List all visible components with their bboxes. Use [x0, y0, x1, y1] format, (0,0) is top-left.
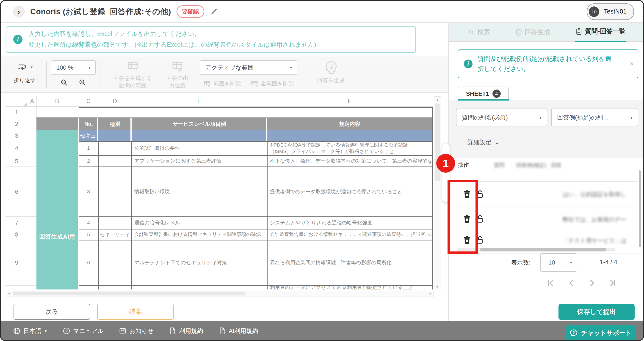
- zoom-in-icon[interactable]: [78, 78, 87, 87]
- page-size-select[interactable]: 10▼: [540, 253, 577, 272]
- cell-item[interactable]: 通信の暗号化レベル: [132, 217, 266, 228]
- grid-line: [6, 285, 36, 286]
- header-cell-item[interactable]: サービスレベル項目例: [132, 118, 267, 130]
- advanced-settings-toggle[interactable]: 詳細設定 ⌄: [468, 138, 499, 146]
- vertical-scrollbar[interactable]: ▲ ▼: [434, 96, 441, 290]
- zoom-out-icon[interactable]: [60, 78, 68, 87]
- footer-link-manual[interactable]: ? マニュアル: [62, 327, 104, 335]
- cell-no[interactable]: 1: [79, 142, 98, 155]
- tab-answer-generation[interactable]: 回答生成: [515, 23, 550, 41]
- spreadsheet-toolbar: ▼ 折り返す 100 %▼ ? 回答を生成する設問の範囲: [1, 56, 449, 93]
- cell-content[interactable]: 会計監査報告書における情報セキュリティ関連事項の監査時に、担当者へ以下の資: [268, 230, 432, 239]
- table-check-icon: [171, 60, 184, 72]
- cell-item[interactable]: マルチテナント下でのセキュリティ対策: [132, 241, 266, 285]
- cell-type[interactable]: セキュリティ: [99, 230, 131, 239]
- collapse-sidebar-button[interactable]: ›: [13, 6, 25, 18]
- cell-no[interactable]: 5: [79, 230, 98, 239]
- row-header-4[interactable]: 4: [6, 142, 28, 155]
- horizontal-scroll-thumb[interactable]: [12, 292, 245, 296]
- column-header-f[interactable]: F: [267, 96, 432, 106]
- tab-question-answer-list[interactable]: 質問-回答一覧: [575, 22, 626, 42]
- row-header-8[interactable]: 8: [6, 229, 28, 240]
- blurred-column-header: 回答: [551, 162, 562, 169]
- row-header-6[interactable]: 6: [6, 167, 28, 216]
- table-border: [36, 117, 432, 118]
- next-page-icon[interactable]: [587, 279, 596, 288]
- header-cell-type[interactable]: 種別: [98, 118, 131, 130]
- question-range-button[interactable]: ? 回答を生成する設問の範囲: [106, 60, 159, 89]
- chat-support-button[interactable]: ? チャットサポート: [565, 325, 636, 341]
- scroll-left-icon[interactable]: ◀: [6, 291, 12, 296]
- row-header-3[interactable]: 3: [6, 130, 28, 141]
- cell-no[interactable]: 6: [79, 241, 98, 285]
- cell-item[interactable]: 会計監査報告書における情報セキュリティ関連事項の確認: [132, 230, 266, 239]
- row-header-9[interactable]: 9: [6, 240, 28, 285]
- cell-b-group-merged[interactable]: 回答生成AI用: [36, 130, 78, 290]
- row-header-1[interactable]: 1: [6, 107, 28, 118]
- remove-all-ranges-button[interactable]: x 全範囲を削除: [250, 80, 294, 87]
- remove-range-button[interactable]: x 範囲を削除: [203, 80, 241, 87]
- scroll-up-icon[interactable]: ▲: [434, 97, 441, 103]
- column-header-c[interactable]: C: [79, 96, 98, 106]
- row-header-5[interactable]: 5: [6, 156, 28, 166]
- toolbar-separator: [100, 61, 100, 88]
- cell-content-partial[interactable]: 利用者のデータにアクセスできる利用者が限定されていること: [268, 286, 432, 290]
- table-border: [79, 107, 432, 108]
- previous-page-icon[interactable]: [567, 279, 576, 288]
- horizontal-scrollbar[interactable]: ◀ ▶: [6, 291, 434, 297]
- close-icon[interactable]: ×: [630, 60, 634, 68]
- edit-title-icon[interactable]: [210, 7, 218, 16]
- app-window: › Conoris (お試し登録_回答作成:その他) 要確認 Te TestN0…: [0, 0, 644, 341]
- sheet-tab[interactable]: SHEET1 4: [458, 87, 509, 100]
- scroll-down-icon[interactable]: ▼: [434, 284, 440, 290]
- grid-line: [6, 229, 36, 229]
- cell-content[interactable]: システムとやりとりされる通信の暗号化強度: [268, 217, 432, 228]
- tab-search[interactable]: 検索: [468, 23, 490, 41]
- panel-vertical-scroll-thumb[interactable]: [639, 170, 641, 247]
- row-header-7[interactable]: 7: [6, 217, 28, 229]
- language-select[interactable]: 日本語 ▼: [13, 327, 48, 335]
- back-button[interactable]: 戻る: [14, 304, 90, 320]
- grid-line: [6, 216, 36, 217]
- cell-content[interactable]: 不正な侵入、操作、データ取得等への対策について、第三者の客観的な評価を得て: [268, 156, 432, 166]
- answer-column-select[interactable]: 回答例(補足)の列…▼: [551, 109, 638, 126]
- column-header-a[interactable]: A: [28, 96, 36, 106]
- panel-horizontal-scroll-thumb[interactable]: [480, 248, 606, 252]
- answer-position-button[interactable]: 回答の出力位置: [159, 60, 196, 89]
- cell-no[interactable]: 4: [79, 217, 98, 228]
- cell-item[interactable]: 公的認証取得の要件: [132, 142, 266, 155]
- cell-no[interactable]: 2: [79, 156, 98, 166]
- column-header-d[interactable]: D: [98, 96, 131, 106]
- category-row[interactable]: セキュリティ: [79, 130, 432, 141]
- cell-item[interactable]: アプリケーションに関する第三者評価: [132, 156, 266, 166]
- cell-item[interactable]: 情報取扱い環境: [132, 167, 266, 216]
- column-header-b[interactable]: B: [36, 96, 78, 106]
- save-submit-button[interactable]: 保存して提出: [558, 304, 634, 320]
- column-header-e[interactable]: E: [132, 96, 267, 106]
- export-info-text: 入力した内容を確認し、Excelファイルを出力してください。 変更した箇所は緑背…: [28, 29, 316, 50]
- row-header-2[interactable]: 2: [6, 118, 28, 130]
- footer-link-ai-terms[interactable]: AI利用規約: [218, 327, 258, 335]
- cell-content[interactable]: 異なる利用企業間の情報隔離、障害等の影響の局所化: [268, 241, 432, 285]
- header-cell-content[interactable]: 規定内容: [267, 118, 432, 130]
- document-icon: [169, 327, 176, 335]
- footer-link-terms[interactable]: 利用規約: [169, 327, 203, 335]
- question-column-select[interactable]: 質問の列名(必須)▼: [456, 109, 547, 126]
- wrap-text-button[interactable]: ▼ 折り返す: [9, 60, 40, 84]
- cell-no[interactable]: 3: [79, 167, 98, 216]
- cell-content[interactable]: JIPDECやJQA等で認定している情報処理管理に関する公的認証 （ISMS、プ…: [268, 142, 432, 155]
- discard-button[interactable]: 破棄: [97, 304, 174, 320]
- chevron-down-icon: ⌄: [494, 139, 499, 146]
- footer-link-news[interactable]: お知らせ: [119, 327, 154, 335]
- generate-answers-button[interactable]: 回答を生成: [309, 60, 352, 84]
- active-range-select[interactable]: アクティブな範囲▼: [200, 60, 297, 75]
- header-cell-no[interactable]: No.: [79, 118, 98, 130]
- first-page-icon[interactable]: [546, 279, 555, 288]
- zoom-level-select[interactable]: 100 %▼: [51, 60, 96, 75]
- scroll-right-icon[interactable]: ▶: [428, 291, 434, 296]
- grid-line: [28, 96, 28, 290]
- select-all-corner[interactable]: [24, 102, 27, 106]
- cell-content[interactable]: 提供者側でのデータ取扱環境が適切に確保されていること: [268, 167, 432, 216]
- user-menu[interactable]: Te TestN01: [587, 3, 634, 20]
- last-page-icon[interactable]: [608, 279, 617, 288]
